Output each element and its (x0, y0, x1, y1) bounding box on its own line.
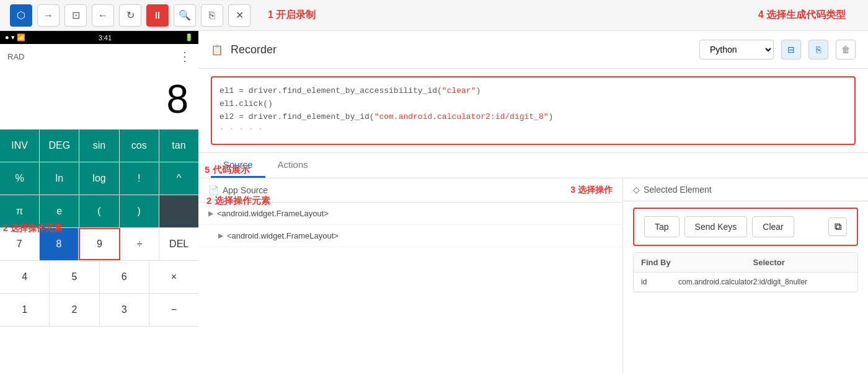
calc-btn-ln[interactable]: ln (40, 162, 79, 195)
calc-row-5: 4 5 6 × (0, 261, 198, 294)
find-table: Find By Selector id com.android.calculat… (633, 252, 858, 292)
refresh-button[interactable]: ↻ (119, 4, 141, 27)
selected-icon: ◇ (633, 185, 640, 195)
annotation-4: 4 选择生成代码类型 (758, 9, 846, 22)
panels-row: 📄 App Source 3 选择操作 ▶ <android.widget.Fr… (198, 178, 868, 373)
code-area: el1 = driver.find_element_by_accessibili… (211, 76, 856, 145)
calc-menu[interactable]: ⋮ (179, 49, 191, 64)
arrow-icon-2: ▶ (218, 232, 223, 240)
calc-btn-9[interactable]: 9 (79, 228, 120, 260)
toolbar: ⬡ → ⊡ ← ↻ ⏸ 🔍 ⎘ ✕ 1 开启录制 4 选择生成代码类型 (0, 0, 868, 31)
calc-btn-divide-placeholder (159, 195, 198, 227)
back-button[interactable]: ← (92, 4, 114, 27)
tap-button[interactable]: Tap (644, 216, 680, 237)
source-title: App Source (223, 185, 268, 195)
calc-btn-7[interactable]: 7 (0, 228, 40, 260)
selected-title: Selected Element (644, 185, 712, 195)
source-panel-header: 📄 App Source 3 选择操作 (198, 178, 622, 203)
copy-button[interactable]: ⎘ (201, 4, 223, 27)
find-by-value: id (634, 273, 671, 291)
calc-btn-power[interactable]: ^ (159, 162, 198, 195)
tree-item-label-2: <android.widget.FrameLayout> (227, 231, 339, 240)
calc-row-1: INV DEG sin cos tan (0, 129, 198, 162)
calc-btn-1[interactable]: 1 (0, 294, 50, 326)
calc-btn-percent[interactable]: % (0, 162, 40, 195)
recorder-icon: 📋 (211, 44, 223, 56)
status-bar: ● ▾ 📶 3:41 🔋 (0, 31, 198, 44)
clipboard-button[interactable]: ⎘ (808, 40, 828, 59)
annotation-1: 1 开启录制 (268, 9, 316, 22)
source-panel: 📄 App Source 3 选择操作 ▶ <android.widget.Fr… (198, 178, 623, 373)
status-battery: 🔋 (185, 33, 193, 42)
tree-item-label-1: <android.widget.FrameLayout> (217, 209, 329, 218)
search-button[interactable]: 🔍 (174, 4, 196, 27)
calc-row-6: 1 2 3 − (0, 294, 198, 327)
calc-btn-5[interactable]: 5 (50, 261, 99, 293)
calc-btn-lparen[interactable]: ( (79, 195, 119, 227)
find-table-row-1: id com.android.calculator2:id/digit_8nul… (634, 273, 857, 292)
calc-row-2: % ln log ! ^ (0, 162, 198, 195)
source-icon: 📄 (208, 185, 219, 195)
tree-item-1[interactable]: ▶ <android.widget.FrameLayout> (198, 203, 622, 225)
send-keys-button[interactable]: Send Keys (684, 216, 748, 237)
find-table-header: Find By Selector (634, 253, 857, 273)
calc-btn-multiply[interactable]: × (149, 261, 198, 293)
main-area: ● ▾ 📶 3:41 🔋 RAD ⋮ 8 INV DEG sin cos tan… (0, 31, 868, 373)
calc-btn-3[interactable]: 3 (100, 294, 149, 326)
device-panel: ● ▾ 📶 3:41 🔋 RAD ⋮ 8 INV DEG sin cos tan… (0, 31, 198, 373)
cursor-button[interactable]: ⬡ (10, 4, 32, 27)
code-line-2: el1.click() (219, 98, 847, 111)
arrow-button[interactable]: → (37, 4, 60, 27)
calc-row-4: 7 8 9 ÷ DEL (0, 228, 198, 261)
selector-header: Selector (746, 253, 858, 272)
selector-value: com.android.calculator2:id/digit_8nuller (671, 273, 857, 291)
calc-row-3: π e ( ) (0, 195, 198, 228)
code-line-4: · · · · · (219, 123, 847, 136)
calc-btn-divide[interactable]: ÷ (120, 228, 160, 260)
calc-btn-2[interactable]: 2 (50, 294, 99, 326)
recorder-title: Recorder (231, 43, 277, 56)
calc-btn-tan[interactable]: tan (159, 129, 198, 162)
calc-btn-8[interactable]: 8 (40, 228, 79, 260)
calc-mode: RAD (7, 52, 24, 61)
arrow-icon-1: ▶ (208, 209, 213, 217)
status-network: ● ▾ 📶 (5, 33, 25, 42)
tab-actions[interactable]: Actions (265, 153, 321, 178)
calc-btn-4[interactable]: 4 (0, 261, 50, 293)
calc-display: 8 (0, 69, 198, 129)
calc-btn-minus[interactable]: − (149, 294, 198, 326)
code-line-1: el1 = driver.find_element_by_accessibili… (219, 85, 847, 98)
copy-frame-button[interactable]: ⊟ (781, 40, 801, 59)
tree-item-2[interactable]: ▶ <android.widget.FrameLayout> (198, 225, 622, 247)
clear-button[interactable]: Clear (752, 216, 794, 237)
delete-button[interactable]: 🗑 (836, 40, 856, 59)
close-button[interactable]: ✕ (228, 4, 250, 27)
language-select[interactable]: Python Java JavaScript Ruby C# (699, 40, 774, 59)
annotation-3: 3 选择操作 (570, 185, 613, 196)
calc-btn-cos[interactable]: cos (120, 129, 159, 162)
resize-button[interactable]: ⊡ (64, 4, 87, 27)
calc-btn-6[interactable]: 6 (100, 261, 149, 293)
selected-panel-header: ◇ Selected Element (623, 178, 868, 201)
tab-bar: Source Actions (198, 153, 868, 178)
code-line-3: el2 = driver.find_element_by_id("com.and… (219, 111, 847, 124)
calc-btn-rparen[interactable]: ) (120, 195, 159, 227)
calc-buttons: INV DEG sin cos tan % ln log ! ^ π e ( ) (0, 129, 198, 373)
calc-btn-deg[interactable]: DEG (40, 129, 79, 162)
calc-btn-del[interactable]: DEL (159, 228, 198, 260)
calc-btn-e[interactable]: e (40, 195, 79, 227)
calc-btn-log[interactable]: log (79, 162, 119, 195)
tabs-area: Source Actions 📄 App Source 3 选择操作 ▶ <an… (198, 152, 868, 373)
right-panel: 📋 Recorder Python Java JavaScript Ruby C… (198, 31, 868, 373)
copy-element-button[interactable]: ⧉ (828, 217, 847, 236)
pause-button[interactable]: ⏸ (146, 4, 169, 27)
calc-btn-factorial[interactable]: ! (120, 162, 159, 195)
selected-panel: ◇ Selected Element Tap Send Keys Clear ⧉… (623, 178, 868, 373)
calc-btn-pi[interactable]: π (0, 195, 40, 227)
tab-source[interactable]: Source (211, 153, 265, 178)
status-time: 3:41 (99, 34, 112, 42)
calc-btn-sin[interactable]: sin (79, 129, 119, 162)
action-buttons-container: Tap Send Keys Clear ⧉ (633, 208, 858, 246)
calc-btn-inv[interactable]: INV (0, 129, 40, 162)
recorder-header: 📋 Recorder Python Java JavaScript Ruby C… (198, 31, 868, 69)
